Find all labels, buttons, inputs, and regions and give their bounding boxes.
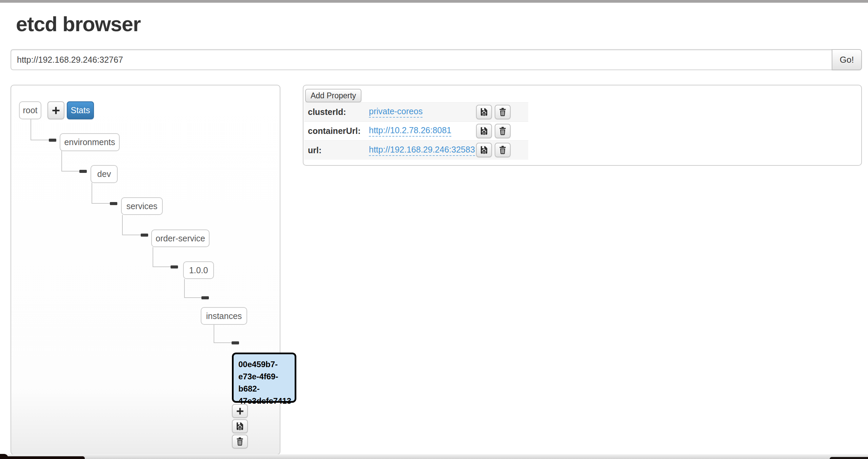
property-key: url:	[308, 145, 369, 155]
tree-node-environments[interactable]: environments	[60, 133, 120, 151]
floppy-save-icon	[479, 126, 489, 136]
property-save-button[interactable]	[476, 105, 492, 119]
stats-button[interactable]: Stats	[67, 101, 94, 119]
go-button[interactable]: Go!	[832, 49, 862, 70]
minus-toggle[interactable]	[110, 202, 117, 205]
selected-node-label-line: 47e3dcfc7413	[238, 395, 293, 407]
property-delete-button[interactable]	[495, 143, 511, 157]
minus-toggle[interactable]	[232, 341, 239, 344]
property-row-containerUrl: containerUrl: http://10.2.78.26:8081	[304, 121, 528, 140]
page-title: etcd browser	[16, 12, 141, 36]
trash-icon	[498, 107, 507, 117]
plus-icon	[51, 106, 61, 115]
trash-icon	[498, 145, 507, 155]
tree-connector	[92, 183, 110, 204]
property-value-editable[interactable]: http://192.168.29.246:32583	[369, 145, 475, 156]
property-value-editable[interactable]: http://10.2.78.26:8081	[369, 125, 451, 137]
minus-toggle[interactable]	[49, 139, 56, 142]
selected-node-label-line: 00e459b7-	[238, 358, 293, 371]
tree-node-instances[interactable]: instances	[201, 307, 247, 325]
tree-node-label: dev	[97, 169, 111, 179]
floppy-save-icon	[479, 107, 489, 117]
trash-icon	[235, 437, 244, 446]
tree-node-label: environments	[64, 137, 115, 147]
node-save-button[interactable]	[232, 419, 248, 433]
window-corner-shadow-right	[830, 457, 868, 459]
tree-connector	[61, 151, 79, 172]
property-save-button[interactable]	[476, 143, 492, 157]
tree-node-selected-instance[interactable]: 00e459b7- e73e-4f69- b682- 47e3dcfc7413	[232, 353, 296, 403]
plus-icon	[236, 407, 244, 416]
minus-toggle[interactable]	[201, 296, 209, 299]
tree-node-label: services	[126, 201, 158, 211]
tree-node-root[interactable]: root	[19, 101, 41, 119]
property-value-editable[interactable]: private-coreos	[369, 106, 422, 118]
add-property-button[interactable]: Add Property	[305, 89, 361, 102]
tree-connector	[153, 247, 171, 267]
window-corner-shadow-left	[0, 456, 85, 459]
etcd-url-input[interactable]	[11, 49, 832, 70]
property-delete-button[interactable]	[495, 124, 511, 138]
tree-connector	[31, 119, 49, 140]
window-top-strip	[0, 0, 868, 3]
window-bottom-band	[0, 454, 868, 459]
floppy-save-icon	[479, 145, 489, 155]
selected-node-label-line: b682-	[238, 383, 293, 395]
etcd-browser-page: etcd browser Go! root Stats environments…	[0, 0, 868, 459]
tree-connector	[184, 279, 201, 298]
tree-connector	[214, 325, 232, 343]
add-root-node-button[interactable]	[47, 101, 64, 119]
floppy-save-icon	[235, 422, 244, 431]
tree-node-label: instances	[206, 311, 242, 321]
property-key: clusterId:	[308, 107, 369, 117]
property-delete-button[interactable]	[495, 105, 511, 119]
property-save-button[interactable]	[476, 124, 492, 138]
node-delete-button[interactable]	[232, 435, 248, 448]
property-row-url: url: http://192.168.29.246:32583	[304, 140, 528, 160]
tree-node-dev[interactable]: dev	[91, 165, 118, 183]
minus-toggle[interactable]	[171, 265, 178, 268]
tree-node-services[interactable]: services	[121, 197, 163, 215]
property-row-clusterId: clusterId: private-coreos	[304, 102, 528, 121]
minus-toggle[interactable]	[141, 234, 148, 237]
minus-toggle[interactable]	[79, 170, 87, 173]
tree-node-1-0-0[interactable]: 1.0.0	[183, 261, 214, 279]
property-key: containerUrl:	[308, 126, 369, 136]
selected-node-label-line: e73e-4f69-	[238, 371, 293, 383]
trash-icon	[498, 126, 507, 136]
tree-node-root-label: root	[23, 105, 37, 115]
tree-node-order-service[interactable]: order-service	[151, 230, 210, 247]
tree-node-label: 1.0.0	[189, 265, 208, 275]
tree-node-label: order-service	[156, 234, 205, 243]
tree-connector	[122, 215, 141, 235]
